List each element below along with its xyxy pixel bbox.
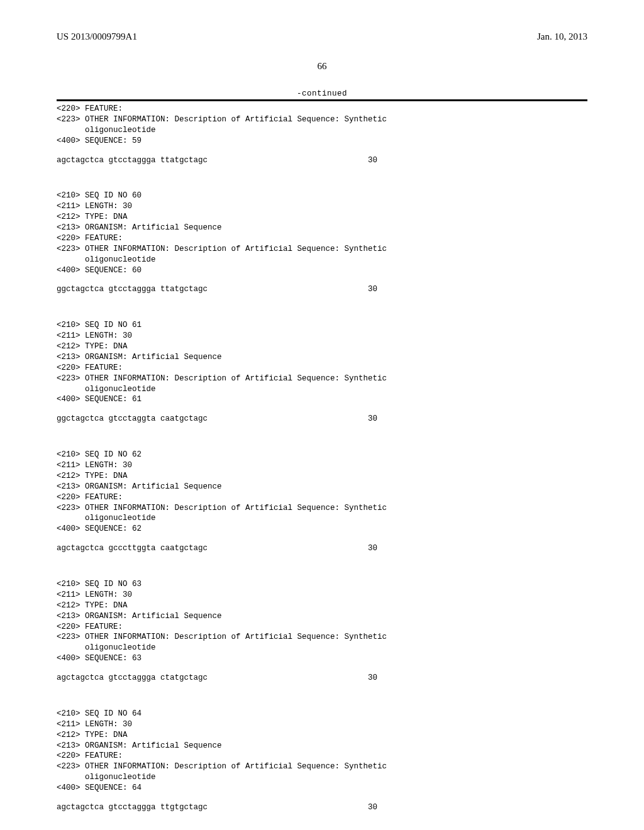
sequence-meta-line: <211> LENGTH: 30 [57, 719, 587, 730]
sequence-meta-line: <210> SEQ ID NO 64 [57, 709, 587, 719]
sequence-meta-line: <213> ORGANISM: Artificial Sequence [57, 611, 587, 622]
sequence-meta-line: <211> LENGTH: 30 [57, 331, 587, 341]
sequence-meta-line: <220> FEATURE: [57, 104, 587, 114]
sequence-listing: <220> FEATURE:<223> OTHER INFORMATION: D… [57, 104, 587, 830]
sequence-meta-line: <220> FEATURE: [57, 622, 587, 633]
sequence-meta-line: <213> ORGANISM: Artificial Sequence [57, 352, 587, 363]
sequence-line: agctagctca gtcctaggga ctatgctagc 30 [57, 673, 587, 683]
publication-date: Jan. 10, 2013 [537, 31, 587, 42]
sequence-meta-line: <223> OTHER INFORMATION: Description of … [57, 761, 587, 772]
publication-number: US 2013/0009799A1 [57, 31, 137, 42]
sequence-meta-line: <223> OTHER INFORMATION: Description of … [57, 244, 587, 255]
sequence-meta-line: <212> TYPE: DNA [57, 730, 587, 741]
sequence-meta-line: <210> SEQ ID NO 62 [57, 450, 587, 460]
sequence-meta-line: <220> FEATURE: [57, 233, 587, 244]
patent-page: US 2013/0009799A1 Jan. 10, 2013 66 -cont… [0, 0, 644, 830]
sequence-meta-line: <220> FEATURE: [57, 363, 587, 374]
sequence-meta-line: <213> ORGANISM: Artificial Sequence [57, 223, 587, 233]
sequence-meta-line: <400> SEQUENCE: 59 [57, 136, 587, 147]
sequence-meta-line: <223> OTHER INFORMATION: Description of … [57, 632, 587, 643]
sequence-entry: <210> SEQ ID NO 63<211> LENGTH: 30<212> … [57, 579, 587, 683]
sequence-line: agctagctca gtcctaggga ttatgctagc 30 [57, 155, 587, 166]
sequence-meta-line: <212> TYPE: DNA [57, 212, 587, 223]
sequence-meta-line: <400> SEQUENCE: 60 [57, 265, 587, 276]
sequence-meta-line: <210> SEQ ID NO 60 [57, 191, 587, 201]
sequence-meta-line: oligonucleotide [57, 513, 587, 524]
sequence-meta-line: <212> TYPE: DNA [57, 341, 587, 352]
sequence-meta-line: <211> LENGTH: 30 [57, 201, 587, 212]
sequence-entry: <210> SEQ ID NO 64<211> LENGTH: 30<212> … [57, 709, 587, 813]
sequence-meta-line: oligonucleotide [57, 643, 587, 653]
sequence-meta-line: <211> LENGTH: 30 [57, 590, 587, 600]
sequence-meta-line: oligonucleotide [57, 125, 587, 136]
section-rule [57, 99, 587, 101]
sequence-meta-line: <210> SEQ ID NO 61 [57, 320, 587, 331]
sequence-meta-line: <400> SEQUENCE: 64 [57, 783, 587, 794]
sequence-meta-line: <220> FEATURE: [57, 492, 587, 503]
sequence-entry: <210> SEQ ID NO 61<211> LENGTH: 30<212> … [57, 320, 587, 424]
page-number: 66 [57, 61, 587, 72]
sequence-meta-line: <223> OTHER INFORMATION: Description of … [57, 114, 587, 125]
sequence-meta-line: <223> OTHER INFORMATION: Description of … [57, 374, 587, 384]
sequence-meta-line: <220> FEATURE: [57, 751, 587, 761]
sequence-meta-line: <210> SEQ ID NO 63 [57, 579, 587, 590]
page-header: US 2013/0009799A1 Jan. 10, 2013 [57, 31, 587, 42]
sequence-meta-line: <400> SEQUENCE: 62 [57, 524, 587, 534]
sequence-entry: <220> FEATURE:<223> OTHER INFORMATION: D… [57, 104, 587, 165]
sequence-meta-line: <212> TYPE: DNA [57, 471, 587, 482]
sequence-line: agctagctca gcccttggta caatgctagc 30 [57, 543, 587, 554]
sequence-meta-line: oligonucleotide [57, 255, 587, 265]
sequence-line: ggctagctca gtcctaggta caatgctagc 30 [57, 414, 587, 424]
sequence-meta-line: <400> SEQUENCE: 63 [57, 653, 587, 664]
sequence-meta-line: <213> ORGANISM: Artificial Sequence [57, 741, 587, 751]
sequence-meta-line: <211> LENGTH: 30 [57, 460, 587, 471]
sequence-meta-line: <400> SEQUENCE: 61 [57, 394, 587, 405]
sequence-meta-line: <223> OTHER INFORMATION: Description of … [57, 503, 587, 514]
continued-label: -continued [57, 89, 587, 98]
sequence-line: agctagctca gtcctaggga ttgtgctagc 30 [57, 802, 587, 813]
sequence-meta-line: oligonucleotide [57, 772, 587, 783]
sequence-entry: <210> SEQ ID NO 60<211> LENGTH: 30<212> … [57, 191, 587, 295]
sequence-line: ggctagctca gtcctaggga ttatgctagc 30 [57, 284, 587, 295]
sequence-meta-line: oligonucleotide [57, 384, 587, 395]
sequence-meta-line: <213> ORGANISM: Artificial Sequence [57, 482, 587, 492]
sequence-meta-line: <212> TYPE: DNA [57, 600, 587, 611]
sequence-entry: <210> SEQ ID NO 62<211> LENGTH: 30<212> … [57, 450, 587, 554]
